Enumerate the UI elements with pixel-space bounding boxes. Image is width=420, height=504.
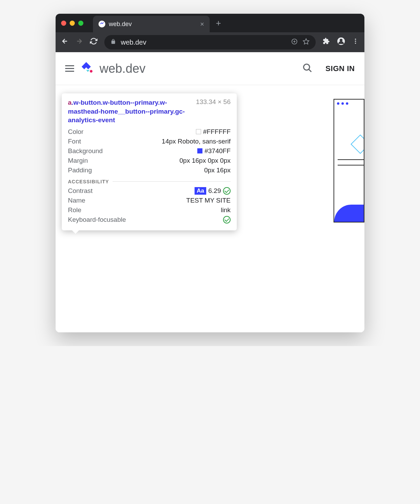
color-swatch	[196, 129, 201, 134]
tooltip-row-name: Name TEST MY SITE	[68, 197, 231, 204]
tooltip-row-margin: Margin 0px 16px 0px 0px	[68, 157, 231, 164]
window-controls	[61, 21, 83, 26]
page-content: web.dev SIGN IN a.w-button.w-button--pri…	[56, 52, 364, 332]
tooltip-accessibility-heading: ACCESSIBILITY	[68, 179, 231, 184]
browser-window: web.dev × + web.dev	[56, 14, 364, 332]
devtools-element-tooltip: a.w-button.w-button--primary.w-masthead-…	[62, 93, 237, 230]
minimize-window-button[interactable]	[70, 21, 75, 26]
check-icon	[223, 216, 231, 224]
address-bar[interactable]: web.dev	[104, 35, 316, 49]
forward-button[interactable]	[75, 37, 83, 47]
tooltip-row-background: Background #3740FF	[68, 147, 231, 155]
page-footer-space	[56, 305, 364, 332]
illustration-blob	[334, 205, 364, 222]
svg-point-8	[303, 64, 310, 70]
tooltip-row-contrast: Contrast Aa 6.29	[68, 187, 231, 195]
lock-icon	[110, 39, 116, 46]
new-tab-button[interactable]: +	[216, 18, 221, 28]
add-bookmark-icon[interactable]	[291, 38, 298, 47]
close-window-button[interactable]	[61, 21, 66, 26]
browser-toolbar: web.dev	[56, 32, 364, 52]
tooltip-row-role: Role link	[68, 206, 231, 214]
back-button[interactable]	[61, 37, 69, 47]
profile-icon[interactable]	[337, 37, 345, 47]
illustration-dots	[334, 100, 364, 107]
maximize-window-button[interactable]	[78, 21, 83, 26]
site-header: web.dev SIGN IN	[56, 52, 364, 85]
star-icon[interactable]	[303, 38, 310, 47]
tooltip-row-keyboard: Keyboard-focusable	[68, 216, 231, 224]
reload-button[interactable]	[90, 37, 97, 47]
titlebar: web.dev × +	[56, 14, 364, 32]
hamburger-menu[interactable]	[65, 65, 74, 72]
tooltip-row-font: Font 14px Roboto, sans-serif	[68, 138, 231, 145]
tooltip-row-padding: Padding 0px 16px	[68, 167, 231, 174]
url-text: web.dev	[121, 38, 286, 46]
hero-section: a.w-button.w-button--primary.w-masthead-…	[56, 85, 364, 305]
background-swatch	[197, 148, 202, 153]
tooltip-dimensions: 133.34 × 56	[196, 98, 231, 125]
illustration-lines	[338, 154, 364, 170]
extensions-icon[interactable]	[323, 37, 330, 47]
svg-point-5	[355, 41, 356, 42]
tab-title: web.dev	[109, 21, 197, 28]
browser-tab[interactable]: web.dev ×	[93, 16, 210, 32]
search-button[interactable]	[302, 63, 313, 75]
svg-marker-1	[303, 38, 309, 44]
signin-link[interactable]: SIGN IN	[326, 64, 355, 73]
svg-point-6	[355, 43, 356, 44]
svg-point-4	[355, 39, 356, 40]
favicon-icon	[98, 21, 105, 27]
tooltip-selector: a.w-button.w-button--primary.w-masthead-…	[68, 98, 190, 125]
tooltip-row-color: Color #FFFFFF	[68, 128, 231, 136]
menu-icon[interactable]	[352, 38, 359, 47]
logo-text: web.dev	[100, 61, 145, 76]
svg-point-7	[90, 70, 93, 72]
hero-illustration	[334, 99, 364, 222]
check-icon	[223, 187, 231, 195]
close-tab-button[interactable]: ×	[200, 20, 204, 28]
logo-icon	[80, 60, 96, 77]
illustration-triangle	[351, 135, 364, 154]
site-logo[interactable]: web.dev	[80, 60, 145, 77]
contrast-badge: Aa	[195, 187, 206, 195]
svg-point-3	[340, 39, 342, 42]
